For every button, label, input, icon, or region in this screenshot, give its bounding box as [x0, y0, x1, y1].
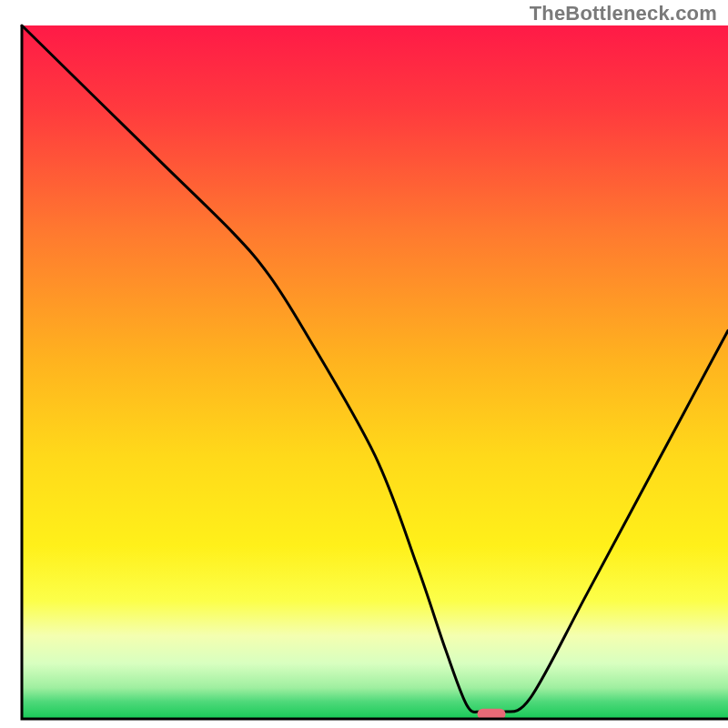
bottleneck-chart — [0, 0, 728, 728]
chart-container: TheBottleneck.com — [0, 0, 728, 728]
watermark-text: TheBottleneck.com — [530, 2, 717, 25]
